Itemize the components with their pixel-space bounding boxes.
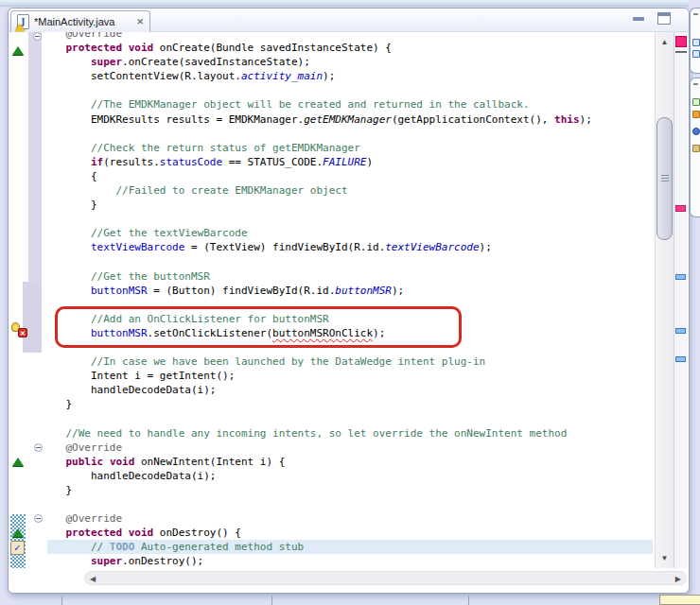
override-triangle-icon[interactable] (12, 528, 24, 537)
warning-overlay-icon (15, 24, 25, 31)
mini-view-icon[interactable] (692, 39, 700, 46)
mini-view-icon[interactable] (692, 145, 700, 152)
toolbar-bottom-band (0, 0, 689, 7)
code-line: //We need to handle any incoming intents… (41, 426, 592, 441)
code-line: @Override (41, 511, 592, 526)
status-bar-divider (271, 596, 272, 605)
red-annotation-box (55, 306, 462, 348)
code-line: //Get the buttonMSR (41, 269, 592, 284)
error-x-icon: ✕ (18, 328, 27, 337)
fold-collapse-icon[interactable] (34, 443, 43, 452)
error-quickfix-icon[interactable]: ✕ (11, 322, 27, 337)
code-line: if(results.statusCode == STATUS_CODE.FAI… (41, 155, 592, 169)
code-line (41, 212, 592, 226)
mini-view-icon[interactable] (692, 128, 700, 135)
code-line: //Failed to create EMDKManager object (41, 183, 592, 198)
code-line (41, 127, 592, 141)
status-bar-divider (61, 596, 62, 605)
occurrence-marker[interactable] (675, 356, 686, 362)
code-editor-area[interactable]: @Override protected void onCreate(Bundle… (9, 32, 655, 568)
code-lines: @Override protected void onCreate(Bundle… (41, 32, 592, 568)
error-marker[interactable] (675, 205, 686, 212)
scroll-up-icon[interactable]: ▲ (656, 38, 674, 46)
tab-mainactivity-java[interactable]: J *MainActivity.java ✕ (10, 10, 150, 32)
code-line: //Check the return status of getEMDKMana… (41, 141, 592, 155)
code-line: buttonMSR = (Button) findViewById(R.id.b… (41, 284, 592, 298)
overview-ruler[interactable] (674, 32, 688, 568)
code-line: } (41, 483, 592, 497)
code-line: handleDecodeData(i); (41, 383, 592, 397)
code-line: } (41, 397, 592, 411)
code-line: protected void onCreate(Bundle savedInst… (41, 41, 592, 55)
range-indicator-bar-selected (23, 282, 42, 353)
minimized-view-strip (690, 78, 700, 217)
code-line: super.onCreate(savedInstanceState); (41, 55, 592, 69)
code-line (41, 412, 592, 426)
status-bar-highlight-cell (659, 595, 700, 605)
fold-collapse-icon[interactable] (34, 514, 43, 523)
code-line: @Override (41, 32, 592, 41)
code-line: //Get the textViewBarcode (41, 226, 592, 240)
errors-present-marker[interactable] (675, 36, 687, 47)
tab-title: *MainActivity.java (34, 16, 114, 27)
range-indicator-bar (28, 32, 42, 282)
task-marker-icon[interactable]: ✓ (10, 541, 25, 555)
code-line: setContentView(R.layout.activity_main); (41, 69, 592, 83)
horizontal-scrollbar[interactable]: ◀ ▶ (84, 571, 687, 585)
status-bar-divider (468, 596, 469, 605)
scroll-right-icon[interactable]: ▶ (675, 575, 681, 583)
minimize-view-icon[interactable] (633, 17, 644, 21)
editor-tab-bar: J *MainActivity.java ✕ (9, 9, 689, 32)
minimized-view-strip (690, 8, 700, 74)
code-line: EMDKResults results = EMDKManager.getEMD… (41, 112, 592, 127)
scroll-down-icon[interactable]: ▼ (656, 554, 674, 562)
code-line (41, 255, 592, 269)
code-line: protected void onDestroy() { (41, 526, 592, 540)
mini-view-icon[interactable] (692, 98, 700, 106)
mini-view-icon[interactable] (692, 111, 700, 118)
code-line: textViewBarcode = (TextView) findViewByI… (41, 240, 592, 254)
code-line: { (41, 169, 592, 183)
vertical-scrollbar[interactable]: ▲ ▼ (655, 32, 674, 568)
code-line: //The EMDKManager object will be created… (41, 97, 592, 112)
override-triangle-icon[interactable] (12, 458, 24, 466)
view-menu-dash-icon[interactable] (693, 83, 698, 85)
view-menu-dash-icon[interactable] (693, 13, 698, 15)
code-line: //In case we have been launched by the D… (41, 354, 592, 369)
code-line: handleDecodeData(i); (41, 469, 592, 483)
override-triangle-icon[interactable] (12, 46, 24, 55)
code-line: Intent i = getIntent(); (41, 369, 592, 383)
code-line: super.onDestroy(); (41, 554, 592, 568)
maximize-view-icon[interactable] (657, 12, 671, 25)
code-line: public void onNewIntent(Intent i) { (41, 455, 592, 469)
code-line: // TODO Auto-generated method stub (41, 540, 592, 554)
code-line (41, 497, 592, 511)
java-file-warning-icon: J (17, 14, 29, 29)
fold-collapse-icon[interactable] (33, 32, 42, 41)
occurrence-marker[interactable] (675, 274, 686, 280)
ruler-header-underline (675, 51, 687, 53)
occurrence-marker[interactable] (675, 328, 686, 334)
editor-panel: J *MainActivity.java ✕ @Override protect… (8, 8, 690, 594)
code-line: @Override (41, 441, 592, 455)
code-line: } (41, 198, 592, 212)
code-line (41, 83, 592, 97)
scroll-left-icon[interactable]: ◀ (90, 575, 96, 583)
vertical-scrollbar-thumb[interactable] (656, 117, 673, 240)
mini-view-icon[interactable] (692, 50, 700, 58)
tab-close-icon[interactable]: ✕ (136, 17, 144, 26)
thumb-grip (661, 175, 669, 176)
workbench: { "tab": { "title": "*MainActivity.java"… (0, 0, 700, 605)
